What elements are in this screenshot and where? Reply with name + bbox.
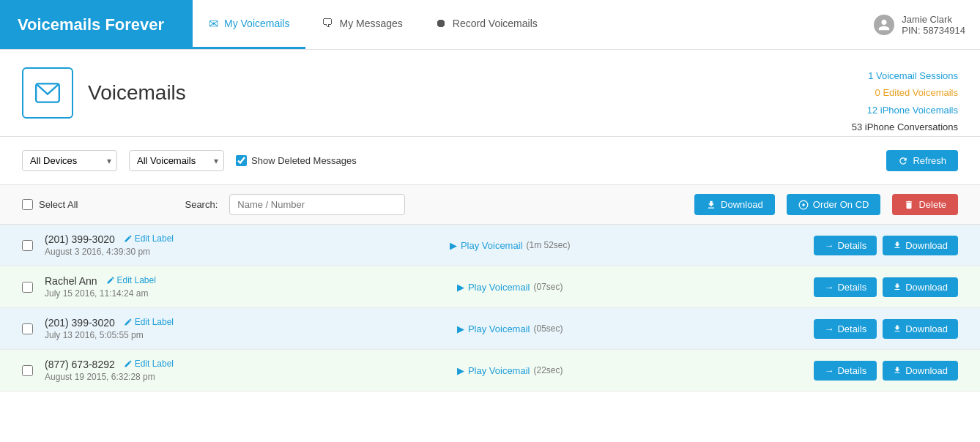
actions-bar: Select All Search: Download Order On CD … bbox=[0, 185, 980, 225]
user-info: Jamie Clark PIN: 58734914 bbox=[859, 0, 980, 49]
row-number-2: (201) 399-3020 Edit Label bbox=[45, 317, 206, 329]
row-date-2: July 13 2016, 5:05:55 pm bbox=[45, 330, 206, 340]
edit-label-link-3[interactable]: Edit Label bbox=[124, 359, 174, 369]
details-button-1[interactable]: → Details bbox=[814, 277, 877, 297]
edit-label-link-0[interactable]: Edit Label bbox=[124, 233, 174, 244]
arrow-right-icon-3: → bbox=[824, 365, 834, 376]
show-deleted-text: Show Deleted Messages bbox=[251, 155, 357, 166]
row-download-button-0[interactable]: Download bbox=[883, 236, 958, 255]
row-actions-3: → Details Download bbox=[814, 361, 958, 381]
row-download-icon-1 bbox=[893, 282, 902, 291]
play-label-0: Play Voicemail bbox=[461, 240, 523, 251]
svg-point-2 bbox=[802, 203, 805, 206]
stat-iphone-conversations: 53 iPhone Conversations bbox=[852, 119, 958, 135]
edit-icon-1 bbox=[106, 276, 115, 285]
header: Voicemails Forever ✉ My Voicemails 🗨 My … bbox=[0, 0, 980, 50]
cd-icon bbox=[798, 200, 809, 210]
table-row: (201) 399-3020 Edit Label August 3 2016,… bbox=[0, 225, 980, 266]
edit-label-link-1[interactable]: Edit Label bbox=[106, 275, 156, 285]
toolbar: All Devices iPhone Android ▾ All Voicema… bbox=[0, 137, 980, 185]
details-button-3[interactable]: → Details bbox=[814, 361, 877, 381]
nav-record-voicemails-label: Record Voicemails bbox=[453, 18, 538, 29]
show-deleted-label[interactable]: Show Deleted Messages bbox=[236, 155, 357, 166]
duration-3: (22sec) bbox=[533, 365, 563, 375]
row-download-icon-2 bbox=[893, 324, 902, 333]
row-download-button-3[interactable]: Download bbox=[883, 361, 958, 381]
details-button-0[interactable]: → Details bbox=[814, 236, 877, 255]
show-deleted-checkbox[interactable] bbox=[236, 155, 247, 166]
play-icon-0: ▶ bbox=[450, 240, 457, 251]
user-name: Jamie Clark bbox=[902, 14, 965, 25]
nav-my-voicemails[interactable]: ✉ My Voicemails bbox=[193, 0, 305, 49]
row-info-2: (201) 399-3020 Edit Label July 13 2016, … bbox=[45, 317, 206, 340]
details-label-1: Details bbox=[837, 282, 866, 293]
row-download-button-2[interactable]: Download bbox=[883, 319, 958, 339]
play-button-3[interactable]: ▶ Play Voicemail (22sec) bbox=[218, 365, 802, 376]
download-main-button[interactable]: Download bbox=[694, 194, 775, 215]
refresh-button[interactable]: Refresh bbox=[886, 150, 958, 171]
arrow-right-icon-2: → bbox=[824, 323, 834, 334]
search-input[interactable] bbox=[229, 194, 405, 215]
row-date-3: August 19 2015, 6:32:28 pm bbox=[45, 372, 206, 382]
edit-icon-0 bbox=[124, 234, 133, 243]
nav-my-messages[interactable]: 🗨 My Messages bbox=[305, 0, 418, 49]
row-number-text-0: (201) 399-3020 bbox=[45, 233, 115, 245]
voicemail-hero-icon bbox=[34, 79, 62, 107]
row-download-button-1[interactable]: Download bbox=[883, 277, 958, 297]
select-all-label[interactable]: Select All bbox=[22, 199, 78, 210]
edit-label-link-2[interactable]: Edit Label bbox=[124, 317, 174, 327]
nav-my-voicemails-label: My Voicemails bbox=[224, 18, 289, 29]
devices-select-wrapper: All Devices iPhone Android ▾ bbox=[22, 150, 117, 171]
voicemails-select[interactable]: All Voicemails Deleted Saved bbox=[129, 150, 224, 171]
row-checkbox-0[interactable] bbox=[22, 240, 33, 251]
edit-label-text-3: Edit Label bbox=[135, 359, 174, 369]
row-number-0: (201) 399-3020 Edit Label bbox=[45, 233, 206, 245]
select-all-checkbox[interactable] bbox=[22, 199, 33, 210]
table-row: Rachel Ann Edit Label July 15 2016, 11:1… bbox=[0, 266, 980, 308]
play-label-1: Play Voicemail bbox=[468, 282, 530, 293]
stat-iphone-voicemails: 12 iPhone Voicemails bbox=[852, 102, 958, 119]
details-button-2[interactable]: → Details bbox=[814, 319, 877, 339]
voicemail-nav-icon: ✉ bbox=[209, 17, 218, 31]
download-main-icon bbox=[706, 200, 716, 210]
hero-stats: 1 Voicemail Sessions 0 Edited Voicemails… bbox=[852, 67, 958, 136]
stat-edited-voicemails: 0 Edited Voicemails bbox=[852, 84, 958, 101]
messages-nav-icon: 🗨 bbox=[322, 17, 333, 30]
row-download-label-3: Download bbox=[905, 365, 948, 376]
refresh-label: Refresh bbox=[913, 155, 946, 166]
play-icon-2: ▶ bbox=[457, 323, 464, 334]
row-date-0: August 3 2016, 4:39:30 pm bbox=[45, 247, 206, 257]
row-number-text-3: (877) 673-8292 bbox=[45, 359, 115, 370]
play-button-0[interactable]: ▶ Play Voicemail (1m 52sec) bbox=[218, 240, 802, 251]
duration-1: (07sec) bbox=[533, 282, 563, 292]
hero-icon-box bbox=[22, 67, 73, 119]
user-avatar bbox=[874, 15, 894, 35]
devices-select[interactable]: All Devices iPhone Android bbox=[22, 150, 117, 171]
duration-0: (1m 52sec) bbox=[526, 240, 570, 250]
row-download-icon-3 bbox=[893, 366, 902, 375]
order-cd-button[interactable]: Order On CD bbox=[787, 194, 881, 215]
user-pin: PIN: 58734914 bbox=[902, 25, 965, 36]
duration-2: (05sec) bbox=[533, 323, 563, 334]
row-checkbox-2[interactable] bbox=[22, 323, 33, 334]
delete-button[interactable]: Delete bbox=[892, 194, 958, 215]
row-info-1: Rachel Ann Edit Label July 15 2016, 11:1… bbox=[45, 275, 206, 299]
row-number-text-2: (201) 399-3020 bbox=[45, 317, 115, 329]
row-checkbox-3[interactable] bbox=[22, 365, 33, 376]
row-checkbox-1[interactable] bbox=[22, 282, 33, 293]
voicemail-list: (201) 399-3020 Edit Label August 3 2016,… bbox=[0, 225, 980, 392]
play-button-2[interactable]: ▶ Play Voicemail (05sec) bbox=[218, 323, 802, 334]
row-download-icon-0 bbox=[893, 241, 902, 250]
play-button-1[interactable]: ▶ Play Voicemail (07sec) bbox=[218, 282, 802, 293]
nav-my-messages-label: My Messages bbox=[339, 18, 402, 29]
nav-record-voicemails[interactable]: ⏺ Record Voicemails bbox=[419, 0, 554, 49]
edit-icon-2 bbox=[124, 318, 133, 326]
arrow-right-icon-1: → bbox=[824, 282, 834, 293]
main-nav: ✉ My Voicemails 🗨 My Messages ⏺ Record V… bbox=[193, 0, 859, 49]
details-label-0: Details bbox=[837, 240, 866, 251]
edit-label-text-0: Edit Label bbox=[135, 233, 174, 244]
hero-section: Voicemails 1 Voicemail Sessions 0 Edited… bbox=[0, 50, 980, 137]
row-info-3: (877) 673-8292 Edit Label August 19 2015… bbox=[45, 359, 206, 382]
refresh-icon bbox=[898, 156, 908, 166]
row-actions-1: → Details Download bbox=[814, 277, 958, 297]
